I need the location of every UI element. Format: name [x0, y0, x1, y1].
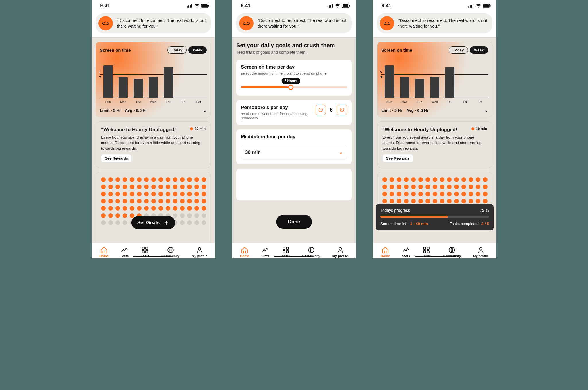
- chart-title: Screen on time: [100, 48, 131, 53]
- svg-rect-6: [208, 5, 209, 7]
- home-icon: [241, 246, 248, 254]
- tab-stats[interactable]: Stats: [261, 246, 269, 258]
- decrement-button[interactable]: [316, 105, 326, 115]
- svg-rect-19: [349, 5, 350, 7]
- rewards-info-card: "Welcome to Hourly Unplugged! 10 min Eve…: [96, 121, 211, 168]
- card-title: Meditation time per day: [241, 134, 347, 140]
- info-title: "Welcome to Hourly Unplugged!: [382, 127, 457, 133]
- read-time: 10 min: [190, 127, 206, 131]
- tab-home[interactable]: Home: [99, 246, 109, 258]
- svg-rect-38: [424, 247, 426, 249]
- toggle-week[interactable]: Week: [188, 46, 207, 54]
- day-label: Fri: [179, 100, 188, 104]
- quote-banner: "Disconnect to reconnect. The real world…: [377, 13, 492, 33]
- bar-chart: 5▾ Sun Mon Tue Wed Thu Fri: [381, 63, 488, 104]
- screen-time-chart-card: Screen on time Today Week 5▾: [96, 42, 211, 117]
- svg-rect-18: [343, 4, 348, 7]
- meditation-select[interactable]: 30 min ⌄: [241, 145, 347, 160]
- profile-icon: [477, 246, 485, 254]
- goals-heading: Set your daily goals and crush them: [236, 42, 352, 49]
- goal-screen-time-card: Screen on time per day select the amount…: [236, 60, 352, 96]
- screen-time-slider[interactable]: 5 Hours: [241, 81, 347, 91]
- see-rewards-button[interactable]: See Rewards: [101, 154, 132, 162]
- day-label: Wed: [149, 100, 158, 104]
- wifi-icon: [476, 4, 481, 8]
- set-goals-button[interactable]: Set Goals ＋: [131, 216, 175, 229]
- quote-banner: "Disconnect to reconnect. The real world…: [236, 13, 352, 33]
- globe-icon: [307, 246, 315, 254]
- wifi-icon: [194, 4, 200, 8]
- app-logo-icon: [380, 16, 394, 30]
- avg-text: Avg - 6.5 Hr: [125, 108, 147, 113]
- svg-rect-31: [468, 6, 469, 8]
- svg-rect-8: [146, 247, 148, 249]
- status-icons: [468, 4, 491, 8]
- see-rewards-button[interactable]: See Rewards: [382, 154, 413, 162]
- done-button[interactable]: Done: [276, 215, 312, 229]
- tab-home[interactable]: Home: [381, 246, 390, 258]
- pomodoro-value: 6: [330, 107, 333, 113]
- chevron-down-icon[interactable]: ⌄: [203, 108, 207, 113]
- card-title: Pomodoro's per day: [241, 105, 313, 110]
- quote-text: "Disconnect to reconnect. The real world…: [258, 18, 347, 29]
- app-logo-icon: [239, 16, 254, 30]
- signal-icon: [187, 4, 193, 8]
- slider-thumb[interactable]: [288, 85, 293, 90]
- quote-banner: "Disconnect to reconnect. The real world…: [96, 13, 211, 33]
- profile-icon: [336, 246, 344, 254]
- toggle-week[interactable]: Week: [470, 46, 488, 54]
- tab-profile[interactable]: My profile: [332, 246, 348, 258]
- chart-title: Screen on time: [381, 48, 412, 53]
- day-label: Sun: [103, 100, 113, 104]
- svg-point-12: [198, 247, 201, 250]
- goal-empty-card: [236, 169, 352, 200]
- toggle-today[interactable]: Today: [449, 46, 468, 54]
- tab-stats[interactable]: Stats: [402, 246, 410, 258]
- tab-home[interactable]: Home: [240, 246, 249, 258]
- info-title: "Welcome to Hourly Unplugged!: [101, 127, 176, 133]
- stats-icon: [262, 246, 269, 254]
- tab-profile[interactable]: My profile: [473, 246, 489, 258]
- status-bar: 9:41: [92, 0, 215, 10]
- tab-stats[interactable]: Stats: [121, 246, 129, 258]
- svg-rect-14: [329, 5, 330, 8]
- status-bar: 9:41: [373, 0, 496, 10]
- svg-rect-9: [142, 251, 145, 253]
- home-progress-screen: 9:41 "Disconnect to reconnect. The real …: [373, 0, 496, 258]
- globe-icon: [167, 246, 174, 254]
- svg-rect-39: [427, 247, 429, 249]
- svg-rect-40: [424, 251, 426, 253]
- tools-icon: [282, 246, 289, 254]
- tab-profile[interactable]: My profile: [192, 246, 207, 258]
- limit-mark: 5: [99, 71, 100, 74]
- chevron-down-icon[interactable]: ⌄: [484, 108, 488, 113]
- progress-bar: [380, 216, 489, 218]
- progress-label: Todays progress: [380, 208, 410, 213]
- status-time: 9:41: [382, 3, 391, 9]
- svg-rect-7: [142, 247, 145, 249]
- goals-screen: 9:41 "Disconnect to reconnect. The real …: [232, 0, 356, 258]
- progress-panel: Todays progress 75 % Screen time left 1 …: [376, 204, 494, 230]
- stats-icon: [402, 246, 410, 254]
- toggle-today[interactable]: Today: [167, 46, 187, 54]
- info-body: Every hour you spend away in a day from …: [382, 135, 487, 151]
- stats-icon: [121, 246, 128, 254]
- svg-rect-15: [330, 5, 331, 8]
- card-title: Screen on time per day: [241, 64, 347, 70]
- rewards-info-card: "Welcome to Hourly Unplugged! 10 min Eve…: [377, 121, 492, 168]
- svg-rect-32: [470, 5, 471, 8]
- tab-bar: Home Stats Tools Community My profile: [92, 243, 215, 258]
- goal-pomodoro-card: Pomodoro's per day no of time u want to …: [236, 100, 352, 125]
- avg-text: Avg - 6.5 Hr: [406, 108, 428, 113]
- increment-button[interactable]: [337, 105, 347, 115]
- quote-text: "Disconnect to reconnect. The real world…: [398, 18, 488, 29]
- svg-rect-10: [146, 251, 148, 253]
- screen-time-left: Screen time left 1 : 40 min: [380, 222, 428, 226]
- status-time: 9:41: [100, 3, 110, 9]
- svg-rect-37: [490, 5, 491, 7]
- home-indicator: [133, 256, 173, 257]
- minus-circle-icon: [318, 108, 323, 112]
- status-icons: [187, 4, 209, 8]
- app-logo-icon: [98, 16, 113, 30]
- tab-bar: Home Stats Tools Community My profile: [373, 243, 496, 258]
